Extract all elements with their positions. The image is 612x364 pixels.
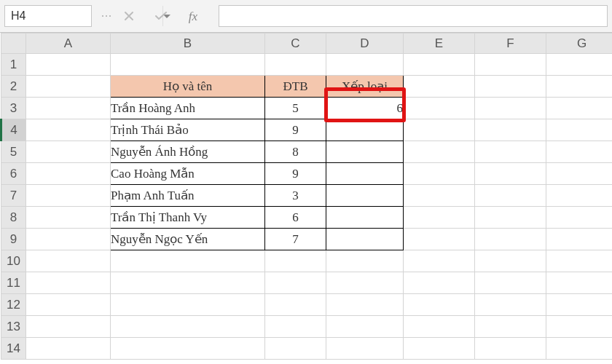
col-header-C[interactable]: C — [265, 33, 326, 54]
cell-E5[interactable] — [404, 141, 475, 163]
formula-input[interactable] — [219, 5, 608, 27]
cell-F10[interactable] — [475, 250, 546, 272]
cell-E11[interactable] — [404, 272, 475, 294]
row-header-7[interactable]: 7 — [1, 185, 26, 207]
cell-A4[interactable] — [26, 119, 111, 141]
cell-C2[interactable]: ĐTB — [265, 76, 326, 98]
insert-function-button[interactable]: fx — [185, 9, 201, 24]
cell-D11[interactable] — [326, 272, 404, 294]
cell-A9[interactable] — [26, 229, 111, 250]
row-header-3[interactable]: 3 — [1, 98, 26, 119]
cell-D14[interactable] — [326, 338, 404, 360]
cell-D10[interactable] — [326, 250, 404, 272]
row-header-9[interactable]: 9 — [1, 229, 26, 250]
cell-E12[interactable] — [404, 294, 475, 316]
cell-A11[interactable] — [26, 272, 111, 294]
row-header-1[interactable]: 1 — [1, 54, 26, 76]
cell-G11[interactable] — [546, 272, 613, 294]
cell-F1[interactable] — [475, 54, 546, 76]
cell-C12[interactable] — [265, 294, 326, 316]
cell-E2[interactable] — [404, 76, 475, 98]
cell-A10[interactable] — [26, 250, 111, 272]
row-header-8[interactable]: 8 — [1, 207, 26, 229]
cell-A13[interactable] — [26, 316, 111, 338]
cancel-button[interactable] — [121, 10, 137, 22]
cell-B2[interactable]: Họ và tên — [111, 76, 265, 98]
cell-B12[interactable] — [111, 294, 265, 316]
cell-B1[interactable] — [111, 54, 265, 76]
cell-G12[interactable] — [546, 294, 613, 316]
cell-A7[interactable] — [26, 185, 111, 207]
row-header-2[interactable]: 2 — [1, 76, 26, 98]
cell-A8[interactable] — [26, 207, 111, 229]
cell-C11[interactable] — [265, 272, 326, 294]
cell-B8[interactable]: Trần Thị Thanh Vy — [111, 207, 265, 229]
cell-G14[interactable] — [546, 338, 613, 360]
cell-D12[interactable] — [326, 294, 404, 316]
select-all-corner[interactable] — [1, 33, 26, 54]
row-header-5[interactable]: 5 — [1, 141, 26, 163]
cell-B5[interactable]: Nguyễn Ánh Hồng — [111, 141, 265, 163]
cell-C8[interactable]: 6 — [265, 207, 326, 229]
cell-G6[interactable] — [546, 163, 613, 185]
cell-F12[interactable] — [475, 294, 546, 316]
col-header-B[interactable]: B — [111, 33, 265, 54]
cell-D6[interactable] — [326, 163, 404, 185]
cell-A2[interactable] — [26, 76, 111, 98]
cell-C13[interactable] — [265, 316, 326, 338]
cell-A1[interactable] — [26, 54, 111, 76]
cell-A5[interactable] — [26, 141, 111, 163]
row-header-10[interactable]: 10 — [1, 250, 26, 272]
cell-B11[interactable] — [111, 272, 265, 294]
col-header-E[interactable]: E — [404, 33, 475, 54]
cell-F13[interactable] — [475, 316, 546, 338]
cell-B7[interactable]: Phạm Anh Tuấn — [111, 185, 265, 207]
cell-F7[interactable] — [475, 185, 546, 207]
cell-G8[interactable] — [546, 207, 613, 229]
cell-A12[interactable] — [26, 294, 111, 316]
cell-F2[interactable] — [475, 76, 546, 98]
cell-E9[interactable] — [404, 229, 475, 250]
cell-E13[interactable] — [404, 316, 475, 338]
cell-G9[interactable] — [546, 229, 613, 250]
cell-C9[interactable]: 7 — [265, 229, 326, 250]
cell-D3[interactable]: 6 — [326, 98, 404, 119]
cell-G5[interactable] — [546, 141, 613, 163]
row-header-4[interactable]: 4 — [1, 119, 26, 141]
enter-button[interactable] — [153, 10, 169, 22]
cell-F5[interactable] — [475, 141, 546, 163]
cell-F14[interactable] — [475, 338, 546, 360]
cell-F11[interactable] — [475, 272, 546, 294]
cell-C4[interactable]: 9 — [265, 119, 326, 141]
cell-G13[interactable] — [546, 316, 613, 338]
cell-G3[interactable] — [546, 98, 613, 119]
cell-G7[interactable] — [546, 185, 613, 207]
cell-G4[interactable] — [546, 119, 613, 141]
cell-D7[interactable] — [326, 185, 404, 207]
row-header-6[interactable]: 6 — [1, 163, 26, 185]
cell-C14[interactable] — [265, 338, 326, 360]
cell-B6[interactable]: Cao Hoàng Mẫn — [111, 163, 265, 185]
cell-E10[interactable] — [404, 250, 475, 272]
cell-F8[interactable] — [475, 207, 546, 229]
cell-E14[interactable] — [404, 338, 475, 360]
col-header-A[interactable]: A — [26, 33, 111, 54]
row-header-12[interactable]: 12 — [1, 294, 26, 316]
cell-B9[interactable]: Nguyễn Ngọc Yến — [111, 229, 265, 250]
cell-A6[interactable] — [26, 163, 111, 185]
col-header-D[interactable]: D — [326, 33, 404, 54]
cell-B3[interactable]: Trần Hoàng Anh — [111, 98, 265, 119]
cell-E1[interactable] — [404, 54, 475, 76]
cell-C7[interactable]: 3 — [265, 185, 326, 207]
col-header-G[interactable]: G — [546, 33, 613, 54]
cell-E3[interactable] — [404, 98, 475, 119]
cell-E7[interactable] — [404, 185, 475, 207]
cell-D4[interactable] — [326, 119, 404, 141]
cell-D5[interactable] — [326, 141, 404, 163]
row-header-14[interactable]: 14 — [1, 338, 26, 360]
cell-F9[interactable] — [475, 229, 546, 250]
cell-G2[interactable] — [546, 76, 613, 98]
cell-A14[interactable] — [26, 338, 111, 360]
cell-D9[interactable] — [326, 229, 404, 250]
row-header-11[interactable]: 11 — [1, 272, 26, 294]
